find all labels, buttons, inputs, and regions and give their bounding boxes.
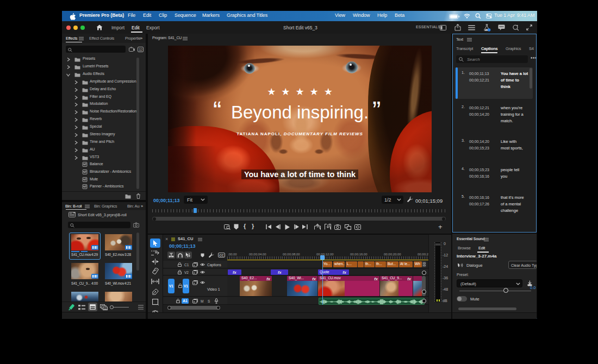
- svg-text:CC: CC: [219, 254, 224, 257]
- svg-text:32: 32: [139, 48, 143, 52]
